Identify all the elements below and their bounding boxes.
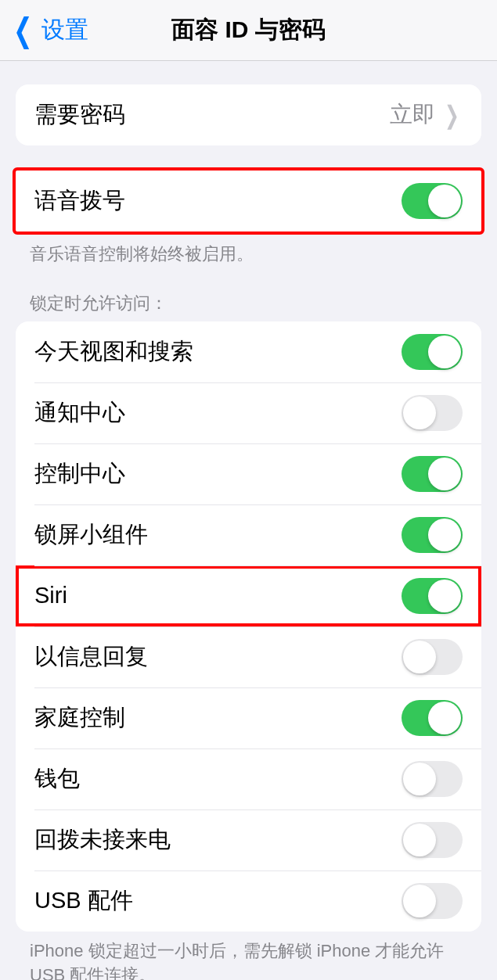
lock-access-toggle[interactable] xyxy=(402,883,463,919)
lock-access-label: 锁屏小组件 xyxy=(34,519,402,551)
lock-access-row: 家庭控制 xyxy=(16,687,481,748)
lock-access-row: 回拨未接来电 xyxy=(16,809,481,871)
lock-access-label: Siri xyxy=(34,583,402,608)
lock-access-toggle[interactable] xyxy=(402,639,463,675)
back-label: 设置 xyxy=(41,14,88,46)
toggle-knob xyxy=(428,580,461,612)
lock-access-group: 今天视图和搜索通知中心控制中心锁屏小组件Siri以信息回复家庭控制钱包回拨未接来… xyxy=(16,321,481,932)
toggle-knob xyxy=(403,763,436,795)
navbar: ❮ 设置 面容 ID 与密码 xyxy=(0,0,497,61)
voice-dial-row: 语音拨号 xyxy=(16,171,481,232)
lock-access-toggle[interactable] xyxy=(402,395,463,431)
lock-access-footer: iPhone 锁定超过一小时后，需先解锁 iPhone 才能允许 USB 配件连… xyxy=(30,939,467,980)
lock-access-row: 今天视图和搜索 xyxy=(16,321,481,382)
lock-access-label: 以信息回复 xyxy=(34,641,402,673)
lock-access-row: 通知中心 xyxy=(16,382,481,443)
toggle-knob xyxy=(403,641,436,673)
lock-access-row: USB 配件 xyxy=(16,871,481,932)
lock-access-label: 回拨未接来电 xyxy=(34,824,402,856)
lock-access-toggle[interactable] xyxy=(402,334,463,370)
toggle-knob xyxy=(428,185,461,217)
content: 需要密码 立即 ❯ 语音拨号 音乐语音控制将始终被启用。 锁定时允许访问： 今天… xyxy=(0,84,497,980)
lock-access-row: 以信息回复 xyxy=(16,626,481,687)
require-passcode-row[interactable]: 需要密码 立即 ❯ xyxy=(16,84,481,145)
lock-access-toggle[interactable] xyxy=(402,517,463,553)
lock-access-row: Siri xyxy=(16,565,481,626)
toggle-knob xyxy=(403,397,436,429)
lock-access-label: 家庭控制 xyxy=(34,702,402,734)
lock-access-label: 钱包 xyxy=(34,763,402,795)
require-passcode-group: 需要密码 立即 ❯ xyxy=(16,84,481,145)
toggle-knob xyxy=(428,702,461,734)
lock-access-toggle[interactable] xyxy=(402,761,463,797)
chevron-left-icon: ❮ xyxy=(13,11,33,49)
lock-access-toggle[interactable] xyxy=(402,700,463,736)
require-passcode-value: 立即 xyxy=(390,99,435,131)
require-passcode-label: 需要密码 xyxy=(34,99,390,131)
voice-dial-label: 语音拨号 xyxy=(34,185,402,217)
lock-access-row: 钱包 xyxy=(16,748,481,809)
voice-dial-toggle[interactable] xyxy=(402,183,463,219)
toggle-knob xyxy=(428,519,461,551)
back-button[interactable]: ❮ 设置 xyxy=(0,11,88,49)
lock-access-label: 通知中心 xyxy=(34,397,402,429)
lock-access-header: 锁定时允许访问： xyxy=(30,292,467,315)
lock-access-row: 锁屏小组件 xyxy=(16,504,481,565)
toggle-knob xyxy=(428,458,461,490)
lock-access-toggle[interactable] xyxy=(402,578,463,614)
lock-access-label: 控制中心 xyxy=(34,458,402,490)
lock-access-row: 控制中心 xyxy=(16,443,481,504)
lock-access-label: 今天视图和搜索 xyxy=(34,336,402,368)
toggle-knob xyxy=(428,336,461,368)
lock-access-label: USB 配件 xyxy=(34,885,402,917)
lock-access-toggle[interactable] xyxy=(402,822,463,858)
voice-dial-group: 语音拨号 xyxy=(13,167,484,235)
chevron-right-icon: ❯ xyxy=(445,100,459,130)
toggle-knob xyxy=(403,824,436,856)
voice-dial-footer: 音乐语音控制将始终被启用。 xyxy=(30,242,467,267)
toggle-knob xyxy=(403,885,436,917)
lock-access-toggle[interactable] xyxy=(402,456,463,492)
